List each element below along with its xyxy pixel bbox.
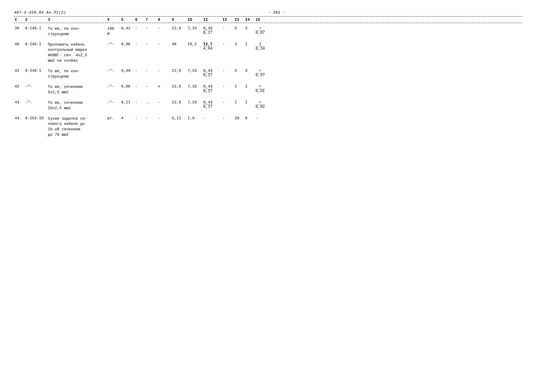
col-h-3: 3 [47,18,106,22]
row-40-unit: -"- [106,42,120,47]
row-42-c14: I [245,84,255,89]
row-43-num: 43 [14,100,24,105]
row-39-num: 39 [14,26,24,31]
row-40-c8: - [157,42,171,47]
row-40-c10: I8,2 [187,42,203,47]
row-39-c11: 0,43 0,17 [203,26,222,35]
col-h-9: 9 [171,18,187,22]
row-44-c9: 5,I2 [171,116,187,121]
row-42-unit: -"- [106,84,120,89]
row-39-c12: - [222,26,234,31]
col-h-11: II [203,18,222,22]
row-42-c10: 7,33 [187,84,203,89]
row-39-c14: 3 [245,26,255,31]
row-42-desc: То же, сечением5x2,5 мм2 [47,84,106,95]
column-headers: I 2 3 4 5 6 7 8 9 IO II I2 I3 I4 I5 [14,17,522,23]
row-43-c6: - [134,100,145,105]
row-41-c5: 0,39 [120,69,134,73]
row-41-c12: - [222,69,234,73]
row-43-c14: I [245,100,255,105]
row-40-code: 8-I46-I [24,42,47,47]
row-41-unit: -"- [106,69,120,73]
row-39-c15: = 0,07 [255,26,274,35]
header: 407-3-359.84 Ан.ЛI(2) - 263 - [14,10,522,15]
row-43-c5: 0,II [120,100,134,105]
row-44-c14: 8 [245,116,255,121]
row-41-c10: 7,33 [187,69,203,73]
row-41-c11: 0,43 0,I7 [203,69,222,77]
row-42-c7: - [145,84,157,89]
row-43-c8: - [157,100,171,105]
row-44-code: 8-I53-IO [24,116,47,121]
row-44-c13: 20 [234,116,245,121]
row-43-c10: 7,33 [187,100,203,105]
col-h-15: I5 [255,18,274,22]
row-41-c6: - [134,69,145,73]
row-41-num: 4I [14,69,24,73]
row-39-c8: - [157,26,171,31]
row-41-c14: 3 [245,69,255,73]
row-40-c5: 0,06 [120,42,134,47]
row-44-c7: - [145,116,157,121]
row-40-desc: Проложить кабельконтрольный маркиАКВВГ- … [47,42,106,64]
header-center: - 263 - [268,10,285,15]
col-h-7: 7 [145,18,157,22]
row-41-c13: 5 [234,69,245,73]
row-44-c11: - [203,116,222,121]
row-40-c11: I2,7 4,04 [203,42,222,51]
table-row: 39 8-I48-I То же, по кон-струкциям 100М … [14,23,522,39]
col-h-13: I3 [234,18,245,22]
row-42-c6: - [134,84,145,89]
row-39-c13: 5 [234,26,245,31]
row-42-num: 42 [14,84,24,89]
col-h-2: 2 [24,18,47,22]
row-39-unit: 100М [106,26,120,37]
row-41-c7: - [145,69,157,73]
row-41-code: 8-I48-I [24,69,47,73]
row-40-c12: - [222,42,234,47]
row-39-c10: 7,33 [187,26,203,31]
top-dashed-line [14,16,522,17]
col-h-8: 8 [157,18,171,22]
row-41-desc: То же, по кон-струкциям [47,69,106,79]
table-row: 44 8-I53-IO Сухая заделка си-лового кабе… [14,113,522,140]
col-h-5: 5 [120,18,134,22]
row-42-c13: I [234,84,245,89]
row-39-c9: I2,9 [171,26,187,31]
row-42-c9: I2,9 [171,84,187,89]
row-40-c15: I 0,24 [255,42,274,51]
row-40-c13: 3 [234,42,245,47]
table-row: 4I 8-I48-I То же, по кон-струкциям -"- 0… [14,65,522,81]
row-40-c9: 48 [171,42,187,47]
row-44-c10: I,9 [187,116,203,121]
row-44-c12: - [222,116,234,121]
row-43-desc: То же, сечениемIOx2,5 мм2 [47,100,106,111]
header-left: 407-3-359.84 Ан.ЛI(2) [14,10,66,15]
table-row: 40 8-I46-I Проложить кабельконтрольный м… [14,39,522,65]
row-42-code: -"- [24,84,47,89]
col-h-12: I2 [222,18,234,22]
col-h-1: I [14,18,24,22]
row-39-code: 8-I48-I [24,26,47,31]
col-h-10: IO [187,18,203,22]
row-42-c8: ∞ [157,84,171,89]
row-42-c15: = 0,OI [255,84,274,93]
table-row: 42 -"- То же, сечением5x2,5 мм2 -"- 0,08… [14,81,522,97]
row-42-c12: - [222,84,234,89]
row-42-c11: 0,43 0,I7 [203,84,222,93]
row-40-c7: - [145,42,157,47]
row-44-c15: - [255,116,274,121]
row-44-num: 44 [14,116,24,121]
row-41-c8: - [157,69,171,73]
table-body: 39 8-I48-I То же, по кон-струкциям 100М … [14,23,522,140]
row-41-c15: = 0,07 [255,69,274,77]
row-42-c5: 0,08 [120,84,134,89]
row-39-desc: То же, по кон-струкциям [47,26,106,37]
row-43-c13: I [234,100,245,105]
table-row: 43 -"- То же, сечениемIOx2,5 мм2 -"- 0,I… [14,97,522,113]
row-44-c6: - [134,116,145,121]
col-h-6: 6 [134,18,145,22]
row-44-desc: Сухая заделка си-лового кабеля доIO кВ с… [47,116,106,138]
col-h-4: 4 [106,18,120,22]
row-44-c5: 4 [120,116,134,121]
